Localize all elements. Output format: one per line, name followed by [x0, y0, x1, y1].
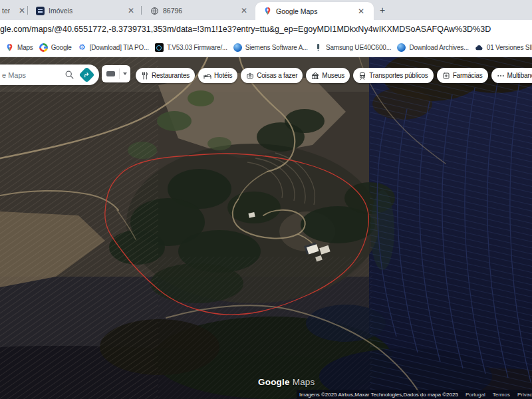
- google-maps-watermark: GoogleMaps: [258, 377, 315, 387]
- close-icon[interactable]: ✕: [356, 7, 366, 15]
- category-chips: Restaurantes Hotéis Coisas a fazer Museu…: [136, 68, 532, 83]
- tab-separator: [141, 6, 142, 15]
- bookmark-label: Siemens Software A...: [245, 44, 308, 51]
- chip-label: Transportes públicos: [369, 72, 428, 79]
- chip-museus[interactable]: Museus: [306, 68, 350, 83]
- chip-multibancos[interactable]: Multibancos: [491, 68, 532, 83]
- tab-google-maps-active[interactable]: Google Maps ✕: [255, 2, 374, 20]
- watermark-google: Google: [258, 377, 290, 387]
- firmware-icon: [155, 43, 164, 52]
- omnibox-url[interactable]: gle.com/maps/@40.6551772,-8.3739731,353m…: [0, 20, 532, 39]
- search-button[interactable]: [65, 70, 74, 80]
- link-privacidade[interactable]: Privacidade: [517, 392, 532, 398]
- maps-pin-icon: [263, 7, 272, 15]
- link-portugal[interactable]: Portugal: [466, 392, 485, 398]
- bookmark-siemens[interactable]: Siemens Software A...: [233, 43, 308, 52]
- globe-blue-icon: [397, 43, 406, 52]
- imagery-credit: Imagens ©2025 Airbus,Maxar Technologies,…: [299, 392, 458, 398]
- chip-label: Hotéis: [214, 72, 232, 79]
- bookmark-label: [Download] TIA PO...: [90, 44, 149, 51]
- search-icon: [65, 70, 74, 80]
- divider: [119, 68, 120, 79]
- url-bar: gle.com/maps/@40.6551772,-8.3739731,353m…: [0, 20, 532, 39]
- chip-restaurantes[interactable]: Restaurantes: [136, 68, 195, 83]
- google-g-icon: [39, 43, 48, 52]
- chip-hoteis[interactable]: Hotéis: [198, 68, 237, 83]
- close-icon[interactable]: ✕: [17, 7, 27, 15]
- attribution-bar: Imagens ©2025 Airbus,Maxar Technologies,…: [297, 390, 532, 399]
- chip-label: Restaurantes: [152, 72, 190, 79]
- cloud-icon: [475, 43, 483, 52]
- globe-icon: [150, 7, 159, 15]
- bookmark-label: Maps: [17, 44, 33, 51]
- atm-icon: [497, 72, 505, 80]
- bookmark-label: 01 Versiones SIN C...: [487, 44, 532, 51]
- chip-label: Farmácias: [453, 72, 483, 79]
- watermark-maps: Maps: [293, 377, 315, 387]
- bookmark-google[interactable]: Google: [39, 43, 72, 52]
- search-input[interactable]: e Maps: [2, 71, 65, 79]
- bookmark-maps[interactable]: Maps: [5, 43, 33, 52]
- new-tab-button[interactable]: +: [376, 4, 388, 16]
- bookmark-versiones[interactable]: 01 Versiones SIN C...: [475, 43, 532, 52]
- satellite-terrain: [0, 57, 532, 399]
- tab-label: Google Maps: [276, 7, 317, 15]
- pharmacy-icon: [442, 72, 450, 80]
- chip-farmacias[interactable]: Farmácias: [437, 68, 488, 83]
- globe-blue-icon: [233, 43, 242, 52]
- bookmark-label: Samsung UE40C600...: [326, 44, 391, 51]
- chip-coisas-a-fazer[interactable]: Coisas a fazer: [241, 68, 303, 83]
- tab-separator: [27, 6, 28, 15]
- directions-button[interactable]: [78, 66, 94, 82]
- browser-window: ter ✕ Imóveis ✕ 86796 ✕ Google Maps ✕: [0, 0, 532, 399]
- bookmarks-bar: Maps Google ⚙ [Download] TIA PO... T.V53…: [0, 39, 532, 57]
- maps-pin-icon: [5, 43, 14, 52]
- bookmark-firmware[interactable]: T.V53.03 Firmware/...: [155, 43, 227, 52]
- museum-icon: [311, 72, 319, 80]
- tab-2[interactable]: Imóveis ✕: [29, 3, 140, 19]
- tab-strip: ter ✕ Imóveis ✕ 86796 ✕ Google Maps ✕: [0, 0, 532, 20]
- chip-transportes-publicos[interactable]: Transportes públicos: [353, 68, 433, 83]
- tab-label: 86796: [163, 7, 182, 15]
- chevron-down-icon: [123, 72, 127, 75]
- close-icon[interactable]: ✕: [239, 7, 249, 15]
- close-icon[interactable]: ✕: [126, 7, 136, 15]
- bookmark-download-archives[interactable]: Download Archives...: [397, 43, 468, 52]
- restaurant-icon: [141, 72, 149, 80]
- camera-icon: [246, 72, 254, 80]
- tab-label: Imóveis: [49, 7, 72, 15]
- screen-icon: [106, 71, 115, 76]
- bookmark-label: Download Archives...: [409, 44, 468, 51]
- document-favicon-icon: [36, 7, 45, 15]
- bookmark-samsung[interactable]: Samsung UE40C600...: [314, 43, 391, 52]
- directions-arrow-icon: [83, 71, 90, 78]
- tab-1[interactable]: ter ✕: [0, 3, 27, 19]
- tab-label: ter: [2, 7, 10, 15]
- map-canvas[interactable]: e Maps Restaurant: [0, 57, 532, 399]
- tab-3[interactable]: 86796 ✕: [144, 3, 253, 19]
- bookmark-label: T.V53.03 Firmware/...: [167, 44, 227, 51]
- chip-label: Museus: [322, 72, 344, 79]
- transit-icon: [358, 72, 366, 80]
- bookmark-label: Google: [51, 44, 72, 51]
- hotel-icon: [203, 72, 211, 80]
- mini-widget-button[interactable]: [102, 65, 130, 82]
- bookmark-tia-portal[interactable]: ⚙ [Download] TIA PO...: [78, 43, 149, 52]
- tv-remote-icon: [314, 43, 323, 52]
- link-termos[interactable]: Termos: [493, 392, 510, 398]
- chip-label: Coisas a fazer: [257, 72, 297, 79]
- search-card[interactable]: e Maps: [0, 65, 99, 85]
- gear-icon: ⚙: [78, 43, 86, 52]
- chip-label: Multibancos: [507, 72, 532, 79]
- terrain-base: [0, 57, 532, 399]
